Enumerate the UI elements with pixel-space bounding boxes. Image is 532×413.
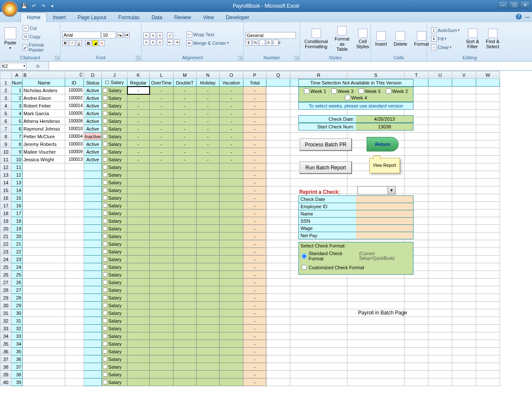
cell-O39[interactable] [220,371,243,378]
cell-C5[interactable]: 100006 [65,110,84,117]
cell-K26[interactable] [127,271,150,279]
cell-V5[interactable] [452,110,476,117]
cell-D32[interactable] [84,317,102,325]
cell-U30[interactable] [428,302,452,309]
cell-K27[interactable] [127,279,150,286]
cell-P29[interactable]: - [243,294,266,302]
cell-T33[interactable] [405,325,428,332]
cell-S36[interactable] [347,348,405,355]
cell-V10[interactable] [452,148,476,156]
cell-L29[interactable] [150,294,173,302]
align-right-icon[interactable]: ≡ [157,39,163,45]
col-header-C[interactable]: C [65,71,84,79]
cell-K7[interactable]: - [127,125,150,133]
cell-D14[interactable] [84,179,102,186]
font-size-combo[interactable] [101,32,116,38]
cell-O20[interactable] [220,225,243,233]
cell-B5[interactable]: Mark Garcia [23,110,65,117]
cell-C9[interactable]: 100003 [65,140,84,148]
cell-Q25[interactable] [266,263,290,271]
cell-P9[interactable]: - [243,140,266,148]
cell-K10[interactable]: - [127,148,150,156]
cell-U27[interactable] [428,279,452,286]
cell-N23[interactable] [197,248,220,256]
salary-checkbox[interactable] [103,180,107,185]
cell-P24[interactable]: - [243,256,266,263]
cell-N36[interactable] [197,348,220,355]
cell-N22[interactable] [197,240,220,248]
row-header-13[interactable]: 13 [0,171,12,179]
cell-V37[interactable] [452,355,476,363]
cell-Q38[interactable] [266,363,290,371]
col-header-L[interactable]: L [150,71,173,79]
cell-V7[interactable] [452,125,476,133]
cell-J3[interactable]: Salary [102,94,127,102]
cell-A36[interactable]: 35 [12,348,23,355]
find-select-button[interactable]: Find & Select [483,23,502,54]
cell-M2[interactable]: - [173,87,197,94]
header-cell-V[interactable] [452,79,476,87]
cell-U32[interactable] [428,317,452,325]
cell-R33[interactable] [290,325,347,332]
cell-N28[interactable] [197,286,220,294]
cell-J28[interactable]: Salary [102,286,127,294]
row-header-1[interactable]: 1 [0,79,12,87]
cell-C4[interactable]: 100014 [65,102,84,110]
cell-P2[interactable]: - [243,87,266,94]
close-button[interactable]: ✕ [520,1,530,9]
cell-L19[interactable] [150,217,173,225]
col-header-N[interactable]: N [197,71,220,79]
salary-checkbox[interactable] [103,341,107,346]
cell-O25[interactable] [220,263,243,271]
cell-J37[interactable]: Salary [102,355,127,363]
cell-D13[interactable] [84,171,102,179]
cell-W34[interactable] [476,332,500,340]
cell-N33[interactable] [197,325,220,332]
cell-K22[interactable] [127,240,150,248]
cell-S32[interactable] [347,317,405,325]
salary-checkbox[interactable] [103,334,107,338]
cell-L9[interactable]: - [150,140,173,148]
cell-C29[interactable] [65,294,84,302]
cell-N40[interactable] [197,378,220,386]
cell-W40[interactable] [476,378,500,386]
cell-P25[interactable]: - [243,263,266,271]
cell-S40[interactable] [347,378,405,386]
cell-M40[interactable] [173,378,197,386]
cell-J29[interactable]: Salary [102,294,127,302]
cell-T35[interactable] [405,340,428,348]
cell-J17[interactable]: Salary [102,202,127,209]
cell-O14[interactable] [220,179,243,186]
cell-L12[interactable] [150,163,173,171]
salary-checkbox[interactable] [103,226,107,231]
cell-O30[interactable] [220,302,243,309]
cell-V27[interactable] [452,279,476,286]
cell-L8[interactable]: - [150,133,173,140]
cell-P14[interactable]: - [243,179,266,186]
cell-P11[interactable]: - [243,156,266,163]
underline-icon[interactable]: U [76,40,82,46]
cell-O4[interactable]: - [220,102,243,110]
cell-C34[interactable] [65,332,84,340]
cell-Q4[interactable] [266,102,290,110]
cell-W10[interactable] [476,148,500,156]
row-header-21[interactable]: 21 [0,233,12,240]
cell-W14[interactable] [476,179,500,186]
cell-A38[interactable]: 37 [12,363,23,371]
cell-Q23[interactable] [266,248,290,256]
salary-checkbox[interactable] [103,364,107,369]
cell-N34[interactable] [197,332,220,340]
cell-V36[interactable] [452,348,476,355]
cell-T38[interactable] [405,363,428,371]
cell-Q11[interactable] [266,156,290,163]
col-header-K[interactable]: K [127,71,150,79]
cell-M12[interactable] [173,163,197,171]
cell-J26[interactable]: Salary [102,271,127,279]
cell-C13[interactable] [65,171,84,179]
cell-Q2[interactable] [266,87,290,94]
cell-U26[interactable] [428,271,452,279]
cell-Q12[interactable] [266,163,290,171]
cell-B18[interactable] [23,209,65,217]
cell-J32[interactable]: Salary [102,317,127,325]
cell-Q26[interactable] [266,271,290,279]
